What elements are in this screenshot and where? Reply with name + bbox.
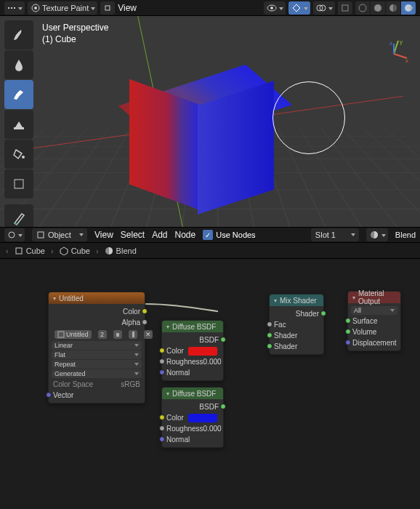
viewport-3d[interactable]: User Perspective (1) Cube x y z <box>0 16 420 227</box>
object-data-icon <box>15 247 23 255</box>
unlink-image-button[interactable]: ✕ <box>144 330 153 339</box>
visibility-dropdown[interactable] <box>264 1 286 15</box>
svg-rect-5 <box>105 6 110 10</box>
node-header-mix[interactable]: ▾Mix Shader <box>270 294 323 306</box>
material-name[interactable]: Blend <box>395 231 416 239</box>
socket-mix-out[interactable] <box>320 310 326 316</box>
slot-dropdown[interactable]: Slot 1 <box>311 228 359 241</box>
users-count[interactable]: 2 <box>98 330 107 339</box>
svg-point-16 <box>22 156 25 159</box>
gizmo-dropdown[interactable] <box>288 1 310 15</box>
socket-disp-in[interactable] <box>345 340 351 345</box>
tool-annotate[interactable] <box>4 204 33 227</box>
object-icon <box>36 231 45 239</box>
node-header-diff2[interactable]: ▾Diffuse BSDF <box>162 388 223 399</box>
crumb-mesh[interactable]: Cube <box>60 247 90 255</box>
node-editor-type[interactable] <box>4 228 25 241</box>
tool-mask[interactable] <box>4 169 33 199</box>
view-menu[interactable]: View <box>118 3 137 13</box>
socket-vector-in[interactable] <box>46 392 52 398</box>
node-mode-dropdown[interactable]: Object <box>32 228 87 241</box>
out-volume: Volume <box>352 328 376 336</box>
tool-draw[interactable] <box>4 20 33 49</box>
node-image-texture[interactable]: ▾Untitled Color Alpha Untitled 2 ✕ Linea… <box>48 292 145 404</box>
crumb-material[interactable]: Blend <box>105 247 137 255</box>
socket-color1-in[interactable] <box>159 348 165 353</box>
socket-volume-in[interactable] <box>345 329 351 334</box>
svg-rect-29 <box>58 332 64 337</box>
nh-add[interactable]: Add <box>152 230 167 240</box>
nodes-icon <box>7 231 16 239</box>
socket-bsdf2-out[interactable] <box>220 404 226 409</box>
ext-select[interactable]: Repeat <box>52 360 142 369</box>
svg-text:z: z <box>389 40 392 47</box>
node-editor[interactable]: ▾Untitled Color Alpha Untitled 2 ✕ Linea… <box>0 259 420 509</box>
tool-clone[interactable] <box>4 110 33 139</box>
mix-sh1: Shader <box>274 332 297 340</box>
output-target-select[interactable]: All <box>351 306 397 315</box>
socket-color-out[interactable] <box>142 308 148 314</box>
tool-fill[interactable] <box>4 140 33 169</box>
socket-color2-in[interactable] <box>159 414 165 420</box>
tool-panel <box>4 20 33 227</box>
svg-text:y: y <box>400 39 403 45</box>
tool-soften[interactable] <box>4 50 33 79</box>
xray-group <box>338 1 352 15</box>
tool-smear[interactable] <box>4 80 33 109</box>
diff1-color-swatch[interactable] <box>188 347 217 356</box>
node-material-output[interactable]: ▾Material Output All Surface Volume Disp… <box>347 291 401 351</box>
diff2-rough-val[interactable]: 0.000 <box>203 425 222 433</box>
interp-select[interactable]: Linear <box>52 341 142 350</box>
svg-rect-0 <box>8 7 9 9</box>
socket-rough1-in[interactable] <box>159 358 165 364</box>
overlay-dropdown[interactable] <box>313 1 335 15</box>
nh-node[interactable]: Node <box>175 230 196 240</box>
mix-sh2: Shader <box>274 342 297 350</box>
matprev-icon <box>389 4 397 12</box>
shading-solid[interactable] <box>371 1 385 15</box>
xray-toggle[interactable] <box>338 1 352 15</box>
socket-rough2-in[interactable] <box>159 425 165 431</box>
proj-select[interactable]: Flat <box>52 350 142 359</box>
editor-type-button[interactable] <box>4 1 25 15</box>
open-image-button[interactable] <box>129 330 137 339</box>
shading-wireframe[interactable] <box>355 1 370 15</box>
socket-alpha-out[interactable] <box>142 319 148 325</box>
socket-mix-sh1-in[interactable] <box>267 332 272 338</box>
diff2-color-swatch[interactable] <box>188 414 217 422</box>
pivot-button[interactable] <box>100 1 115 15</box>
back-arrow[interactable]: ‹ <box>6 247 9 255</box>
nh-select[interactable]: Select <box>121 230 145 240</box>
material-button[interactable] <box>366 228 388 241</box>
node-header-output[interactable]: ▾Material Output <box>348 292 400 303</box>
node-header-tex[interactable]: ▾Untitled <box>49 292 145 304</box>
image-selector[interactable]: Untitled <box>54 330 92 339</box>
shading-rendered[interactable] <box>401 1 416 15</box>
new-image-button[interactable] <box>113 330 122 339</box>
diff1-rough-val[interactable]: 0.000 <box>203 358 222 366</box>
socket-mix-sh2-in[interactable] <box>267 343 272 349</box>
mode-dropdown[interactable]: Texture Paint <box>28 1 97 15</box>
socket-fac-in[interactable] <box>267 321 272 327</box>
nav-gizmo[interactable]: x y z <box>378 38 410 70</box>
node-title-output: Material Output <box>358 289 396 305</box>
node-diffuse-2[interactable]: ▾Diffuse BSDF BSDF Color Roughness0.000 … <box>161 387 224 448</box>
wireframe-icon <box>358 4 367 12</box>
node-diffuse-1[interactable]: ▾Diffuse BSDF BSDF Color Roughness0.000 … <box>161 320 224 381</box>
diff1-normal: Normal <box>166 369 190 377</box>
socket-bsdf1-out[interactable] <box>220 337 226 342</box>
socket-normal1-in[interactable] <box>159 369 165 375</box>
shading-matprev[interactable] <box>386 1 400 15</box>
cube-mesh[interactable] <box>131 58 276 204</box>
svg-point-14 <box>405 4 412 12</box>
socket-surface-in[interactable] <box>345 318 351 324</box>
node-header-diff1[interactable]: ▾Diffuse BSDF <box>162 321 223 332</box>
nh-view[interactable]: View <box>94 230 113 240</box>
texture-paint-icon <box>31 3 41 13</box>
crumb-object[interactable]: Cube <box>15 247 45 255</box>
node-mix-shader[interactable]: ▾Mix Shader Shader Fac Shader Shader <box>269 294 324 355</box>
source-select[interactable]: Generated <box>52 369 142 378</box>
use-nodes-checkbox[interactable]: ✓ Use Nodes <box>203 230 255 240</box>
socket-normal2-in[interactable] <box>159 436 165 442</box>
svg-point-24 <box>9 232 15 238</box>
